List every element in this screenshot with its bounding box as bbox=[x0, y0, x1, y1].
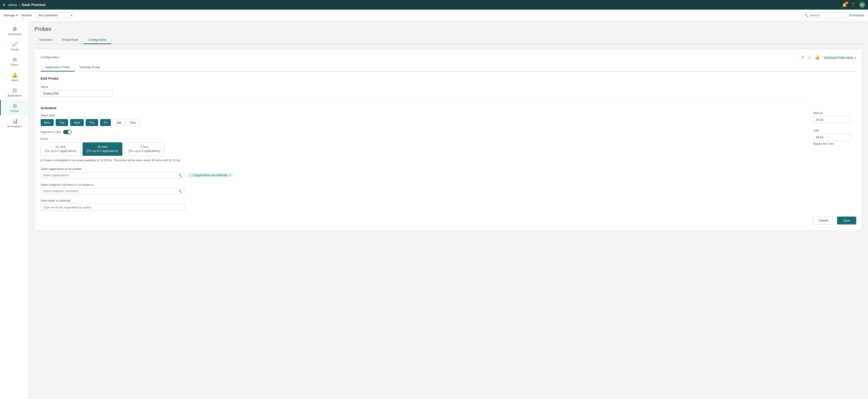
repeat-row: Repeat in a day bbox=[40, 130, 803, 134]
applications-label: Select applications to be probed bbox=[40, 167, 856, 171]
start-at-input-wrapper: 🕐 bbox=[813, 116, 851, 123]
sidebar-item-dashboard[interactable]: ⊞ Dashboard bbox=[0, 23, 29, 38]
applications-select-input[interactable] bbox=[43, 173, 178, 177]
refresh-icon[interactable]: ↺ bbox=[801, 55, 804, 60]
select-days-label: Select days bbox=[40, 114, 803, 117]
interval-1hour-line1: 1 hour bbox=[128, 145, 160, 149]
avatar[interactable]: AD bbox=[859, 2, 865, 8]
repeat-toggle[interactable] bbox=[63, 130, 72, 134]
info-message: ℹ Probe is scheduled to run every weekda… bbox=[40, 159, 856, 162]
email-input[interactable] bbox=[40, 204, 185, 211]
day-wed[interactable]: Wed bbox=[70, 119, 84, 126]
applications-search-icon: 🔍 bbox=[178, 173, 182, 177]
interval-30mins[interactable]: 30 mins (For up to 5 applications) bbox=[83, 142, 123, 156]
applications-form-group: Select applications to be probed 🔍 › 3 A… bbox=[40, 167, 856, 178]
endpoint-search-icon: 🔍 bbox=[178, 189, 182, 193]
hamburger-menu[interactable]: ≡ bbox=[3, 2, 5, 7]
search-box: 🔍 bbox=[802, 12, 846, 18]
action-row: Cancel Save bbox=[40, 217, 856, 224]
subnav: Manage ▾ Monitor All Customers 🔍 Downloa… bbox=[0, 9, 868, 21]
interval-15mins-line2: (For up to 3 applications) bbox=[44, 149, 76, 153]
monitor-button[interactable]: Monitor bbox=[22, 13, 32, 17]
repeat-info: Repeat for 5 hrs bbox=[813, 142, 856, 146]
sub-tab-desktop-probe[interactable]: Desktop Probe bbox=[74, 63, 105, 71]
schedule-section: Schedule Select days Mon Tue Wed Thu Fri… bbox=[40, 102, 856, 162]
customer-select-wrapper: All Customers bbox=[36, 12, 74, 18]
brand-logo: citrix bbox=[8, 3, 17, 7]
until-input[interactable] bbox=[813, 134, 851, 141]
topbar-right: 🔔1 ❓ AD bbox=[842, 2, 865, 8]
name-input[interactable] bbox=[40, 90, 113, 97]
schedule-title: Schedule bbox=[40, 102, 803, 110]
analytics-icon: 📊 bbox=[12, 118, 18, 124]
alert-bell-icon[interactable]: 🔔 bbox=[815, 55, 820, 60]
interval-row: 15 mins (For up to 3 applications) 30 mi… bbox=[40, 142, 803, 156]
customer-select[interactable]: All Customers bbox=[36, 12, 74, 18]
manage-label: Manage bbox=[4, 13, 15, 17]
brand-divider: | bbox=[19, 3, 20, 7]
until-group: Until 🕐 Repeat for 5 hrs bbox=[813, 129, 856, 146]
interval-15mins[interactable]: 15 mins (For up to 3 applications) bbox=[40, 142, 81, 156]
search-input[interactable] bbox=[810, 13, 843, 17]
start-at-input[interactable] bbox=[813, 117, 851, 123]
repeat-label: Repeat in a day bbox=[40, 130, 61, 134]
sidebar-item-analytics[interactable]: 📊 alo Analytics bbox=[0, 115, 29, 131]
main-content: Probes Overview Probe Runs Configuration… bbox=[29, 21, 868, 399]
brand-product: DaaS Premium bbox=[22, 3, 45, 7]
sidebar-item-filters[interactable]: ⊟ Filters bbox=[0, 54, 29, 69]
applications-clear-icon[interactable]: ✕ bbox=[228, 174, 231, 177]
day-thu[interactable]: Thu bbox=[86, 119, 98, 126]
endpoint-form-group: Select endpoint machines to run probe on… bbox=[40, 183, 856, 194]
alerts-icon: 🔔 bbox=[12, 72, 18, 78]
probes-icon: ◎ bbox=[13, 103, 17, 109]
name-label: Name bbox=[40, 85, 856, 89]
tab-overview[interactable]: Overview bbox=[35, 36, 57, 44]
interval-15mins-line1: 15 mins bbox=[44, 145, 76, 149]
sidebar-item-alerts[interactable]: 🔔 Alerts bbox=[0, 69, 29, 85]
sidebar-item-probes[interactable]: ◎ Probes bbox=[0, 100, 29, 115]
help-icon[interactable]: ❓ bbox=[851, 3, 856, 7]
applications-select-row: 🔍 › 3 Applications are selected ✕ bbox=[40, 172, 856, 178]
start-at-group: Start at 🕐 bbox=[813, 112, 856, 123]
tab-probe-runs[interactable]: Probe Runs bbox=[57, 36, 83, 44]
sidebar-item-label-trends: Trends bbox=[10, 48, 19, 51]
search-icon: 🔍 bbox=[804, 13, 808, 17]
until-input-wrapper: 🕐 bbox=[813, 134, 851, 141]
dashboard-icon: ⊞ bbox=[13, 26, 17, 32]
section-title: Configuration bbox=[40, 56, 59, 59]
save-button[interactable]: Save bbox=[837, 217, 856, 224]
day-fri[interactable]: Fri bbox=[100, 119, 111, 126]
sub-tab-application-probe[interactable]: Application Probe bbox=[40, 63, 74, 71]
tab-configuration[interactable]: Configuration bbox=[83, 36, 111, 44]
sidebar-item-trends[interactable]: 📈 Trends bbox=[0, 38, 29, 54]
cancel-button[interactable]: Cancel bbox=[812, 217, 834, 224]
endpoint-select-wrapper: 🔍 bbox=[40, 188, 185, 194]
day-sat[interactable]: Sat bbox=[113, 119, 125, 126]
info-icon: ℹ bbox=[40, 159, 42, 162]
trends-icon: 📈 bbox=[12, 41, 18, 47]
subnav-left: Manage ▾ Monitor All Customers bbox=[4, 12, 74, 18]
endpoint-select-input[interactable] bbox=[43, 189, 178, 193]
schedule-right: Start at 🕐 Until 🕐 Repeat for 5 hrs bbox=[803, 102, 856, 146]
days-row: Mon Tue Wed Thu Fri Sat Sun bbox=[40, 119, 803, 126]
until-label: Until bbox=[813, 129, 856, 132]
every-label: Every bbox=[40, 137, 803, 141]
manage-button[interactable]: Manage ▾ bbox=[4, 13, 18, 17]
downloads-button[interactable]: Downloads bbox=[849, 13, 864, 17]
day-mon[interactable]: Mon bbox=[40, 119, 54, 126]
applications-selected-tag: › 3 Applications are selected ✕ bbox=[188, 173, 233, 177]
sidebar: ⊞ Dashboard 📈 Trends ⊟ Filters 🔔 Alerts … bbox=[0, 21, 29, 399]
applications-icon: ⊡ bbox=[13, 87, 17, 93]
day-sun[interactable]: Sun bbox=[127, 119, 140, 126]
download-probe-agent-link[interactable]: Download Probe Agent ↗ bbox=[824, 56, 856, 59]
sidebar-item-applications[interactable]: ⊡ Applications bbox=[0, 85, 29, 100]
sidebar-item-label-probes: Probes bbox=[10, 110, 19, 112]
day-tue[interactable]: Tue bbox=[56, 119, 68, 126]
notifications-icon[interactable]: 🔔1 bbox=[842, 3, 847, 7]
warning-icon[interactable]: ⚠ bbox=[808, 55, 811, 60]
sidebar-item-label-analytics: alo Analytics bbox=[7, 125, 22, 128]
sidebar-item-label-dashboard: Dashboard bbox=[8, 33, 21, 35]
interval-1hour[interactable]: 1 hour (For up to 8 applications) bbox=[124, 142, 164, 156]
info-message-text: Probe is scheduled to run every weekday … bbox=[43, 159, 181, 162]
manage-chevron-icon: ▾ bbox=[16, 13, 18, 17]
